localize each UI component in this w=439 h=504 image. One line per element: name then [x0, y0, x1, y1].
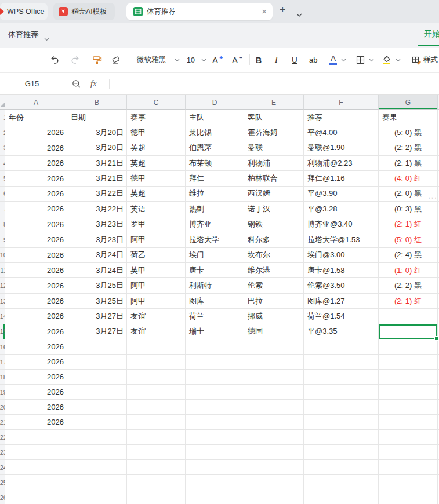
cell-B26[interactable] — [67, 490, 127, 504]
cell-D5[interactable]: 拜仁 — [186, 171, 244, 186]
cell-E25[interactable] — [244, 475, 304, 490]
row-header-23[interactable]: 23 — [0, 445, 5, 460]
cell-B3[interactable]: 3月20日 — [67, 140, 127, 155]
cell-C13[interactable]: 阿甲 — [127, 294, 186, 309]
cell-F11[interactable]: 唐卡@1.58 — [304, 263, 379, 278]
cell-B10[interactable]: 3月24日 — [67, 248, 127, 263]
cell-E6[interactable]: 西汉姆 — [244, 187, 304, 202]
row-header-6[interactable]: 6 — [0, 187, 5, 202]
cell-E17[interactable] — [244, 355, 304, 370]
cell-F21[interactable] — [304, 415, 379, 430]
formula-input[interactable] — [110, 73, 439, 94]
cell-C12[interactable]: 阿甲 — [127, 278, 186, 293]
cell-C1[interactable]: 赛事 — [127, 110, 186, 125]
cell-B17[interactable] — [67, 355, 127, 370]
select-all-corner[interactable] — [0, 95, 5, 110]
row-header-25[interactable]: 25 — [0, 475, 5, 490]
cell-B16[interactable] — [67, 339, 127, 355]
cell-A23[interactable] — [5, 445, 67, 460]
cell-E24[interactable] — [244, 460, 304, 475]
cell-D20[interactable] — [186, 400, 244, 415]
cell-name-box[interactable]: G15 — [0, 73, 64, 94]
cell-G11[interactable]: (1: 0) 红 — [379, 263, 438, 278]
new-tab-button[interactable]: + — [280, 4, 286, 16]
cell-B23[interactable] — [67, 445, 127, 460]
cell-G4[interactable]: (2: 1) 黑 — [379, 156, 438, 171]
cell-C19[interactable] — [127, 385, 186, 400]
cell-F15[interactable]: 平@3.35 — [304, 324, 379, 339]
cell-F24[interactable] — [304, 460, 379, 475]
column-header-A[interactable]: A — [5, 95, 67, 110]
cell-G9[interactable]: (5: 0) 红 — [379, 232, 438, 247]
cell-F5[interactable]: 拜仁@1.16 — [304, 171, 379, 186]
cell-A10[interactable]: 2026 — [5, 248, 67, 263]
row-header-17[interactable]: 17 — [0, 355, 5, 370]
cell-F2[interactable]: 平@4.00 — [304, 125, 379, 140]
column-header-C[interactable]: C — [127, 95, 186, 110]
cell-E13[interactable]: 巴拉 — [244, 294, 304, 309]
cell-G23[interactable] — [379, 445, 438, 460]
cell-A11[interactable]: 2026 — [5, 263, 67, 278]
font-size-select[interactable]: 10 — [187, 48, 206, 72]
font-name-select[interactable]: 微软雅黑 — [137, 48, 180, 72]
more-columns-icon[interactable]: ··· — [428, 193, 437, 202]
tab-sports-recommendation-active[interactable]: 体育推荐 × — [126, 3, 273, 20]
row-header-10[interactable]: 10 — [0, 248, 5, 263]
cell-D2[interactable]: 莱比锡 — [186, 125, 244, 140]
cell-A2[interactable]: 2026 — [5, 125, 67, 140]
cell-D23[interactable] — [186, 445, 244, 460]
row-header-20[interactable]: 20 — [0, 400, 5, 415]
cell-F4[interactable]: 利物浦@2.23 — [304, 156, 379, 171]
cell-E2[interactable]: 霍芬海姆 — [244, 125, 304, 140]
cell-C5[interactable]: 德甲 — [127, 171, 186, 186]
cell-G1[interactable]: 赛果 — [379, 110, 438, 125]
cell-A19[interactable]: 2026 — [5, 385, 67, 400]
cell-E10[interactable]: 坎布尔 — [244, 248, 304, 263]
zoom-out-icon[interactable] — [72, 73, 81, 94]
borders-button[interactable] — [356, 48, 374, 72]
row-header-1[interactable]: 1 — [0, 110, 5, 125]
tab-wps-office[interactable]: WPS Office — [0, 3, 48, 20]
cell-D3[interactable]: 伯恩茅 — [186, 140, 244, 155]
cell-style-button[interactable]: 样式 — [412, 48, 438, 72]
cell-F22[interactable] — [304, 430, 379, 445]
cell-E23[interactable] — [244, 445, 304, 460]
cell-F20[interactable] — [304, 400, 379, 415]
row-header-16[interactable]: 16 — [0, 339, 5, 355]
row-header-14[interactable]: 14 — [0, 309, 5, 324]
cell-C11[interactable]: 英甲 — [127, 263, 186, 278]
cell-A22[interactable] — [5, 430, 67, 445]
cell-D7[interactable]: 热刺 — [186, 202, 244, 217]
font-color-button[interactable]: A — [329, 48, 346, 72]
cell-E12[interactable]: 伦索 — [244, 278, 304, 293]
cell-G3[interactable]: (2: 2) 黑 — [379, 140, 438, 155]
column-header-E[interactable]: E — [244, 95, 304, 110]
cell-B6[interactable]: 3月22日 — [67, 187, 127, 202]
cell-C4[interactable]: 英超 — [127, 156, 186, 171]
cell-A17[interactable]: 2026 — [5, 355, 67, 370]
row-header-19[interactable]: 19 — [0, 385, 5, 400]
cell-E18[interactable] — [244, 370, 304, 385]
column-header-B[interactable]: B — [67, 95, 127, 110]
cell-E3[interactable]: 曼联 — [244, 140, 304, 155]
cell-G21[interactable] — [379, 415, 438, 430]
cell-B18[interactable] — [67, 370, 127, 385]
cell-C24[interactable] — [127, 460, 186, 475]
cell-A3[interactable]: 2026 — [5, 140, 67, 155]
cell-G13[interactable]: (2: 1) 红 — [379, 294, 438, 309]
cell-F23[interactable] — [304, 445, 379, 460]
cell-E7[interactable]: 诺丁汉 — [244, 202, 304, 217]
fill-color-button[interactable] — [383, 48, 401, 72]
cell-D13[interactable]: 图库 — [186, 294, 244, 309]
cell-G8[interactable]: (2: 1) 红 — [379, 217, 438, 232]
cell-B19[interactable] — [67, 385, 127, 400]
cell-G16[interactable] — [379, 339, 438, 355]
row-header-11[interactable]: 11 — [0, 263, 5, 278]
cell-B5[interactable]: 3月21日 — [67, 171, 127, 186]
cell-C16[interactable] — [127, 339, 186, 355]
cell-C15[interactable]: 友谊 — [127, 324, 186, 339]
cell-B24[interactable] — [67, 460, 127, 475]
cell-E9[interactable]: 科尔多 — [244, 232, 304, 247]
cell-D8[interactable]: 博齐亚 — [186, 217, 244, 232]
cell-B21[interactable] — [67, 415, 127, 430]
